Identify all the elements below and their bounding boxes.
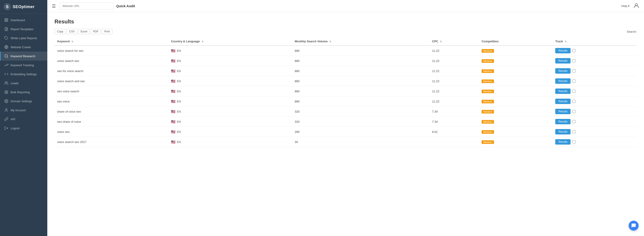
track-checkbox-6[interactable] [572,110,576,113]
cell-country-2: 🇺🇸 EN [168,66,292,76]
help-button[interactable]: Help ▾ [621,4,630,8]
competition-badge-5: Medium [482,100,494,103]
sidebar-item-report-templates-label: Report Templates [10,28,34,31]
svg-line-12 [7,57,8,58]
lang-code-9: EN [177,140,181,144]
msv-sort-icon[interactable]: ⇅ [329,40,331,43]
csv-button[interactable]: CSV [67,29,77,34]
results-button-0[interactable]: Results [555,48,570,53]
cell-msv-9: 30 [292,137,429,147]
logout-icon [4,126,8,130]
track-checkbox-5[interactable] [572,100,576,103]
topbar: ☰ Quick Audit Help ▾ [47,0,644,12]
cell-keyword-4: seo voice search [54,86,168,96]
sidebar-item-logout[interactable]: Logout [0,124,47,133]
cell-cpc-1: 11.22 [429,56,479,66]
print-button[interactable]: Print [102,29,112,34]
competition-badge-0: Medium [482,49,494,53]
cell-competition-1: Medium [479,56,552,66]
cell-track-2: Results [552,66,637,76]
track-checkbox-7[interactable] [572,120,576,123]
cell-keyword-0: voice search for seo [54,46,168,56]
results-button-7[interactable]: Results [555,119,570,124]
table-row: voice search for seo 🇺🇸 EN 880 11.22 Med… [54,46,637,56]
cell-track-0: Results [552,46,637,56]
track-checkbox-4[interactable] [572,90,576,93]
lang-code-2: EN [177,69,181,73]
lang-code-3: EN [177,80,181,83]
copy-button[interactable]: Copy [54,29,66,34]
results-button-3[interactable]: Results [555,78,570,84]
table-row: voice seo 🇺🇸 EN 260 6.61 Medium Results [54,127,637,137]
sidebar-item-dashboard-label: Dashboard [10,18,25,22]
flag-icon-0: 🇺🇸 [171,49,176,53]
excel-button[interactable]: Excel [78,29,90,34]
cell-cpc-8: 6.61 [429,127,479,137]
sidebar-item-dashboard[interactable]: Dashboard [0,16,47,24]
flag-icon-2: 🇺🇸 [171,69,176,73]
sidebar-item-white-label[interactable]: White Label Reports [0,34,47,42]
results-button-4[interactable]: Results [555,88,570,94]
topbar-right: Help ▾ [621,2,640,10]
track-checkbox-8[interactable] [572,130,576,133]
col-country: Country & Language ⇅ [168,38,292,46]
cell-competition-3: Medium [479,76,552,86]
track-checkbox-3[interactable] [572,80,576,83]
svg-point-16 [6,108,7,110]
sidebar-item-report-templates[interactable]: Report Templates [0,24,47,34]
cell-country-6: 🇺🇸 EN [168,106,292,117]
svg-marker-14 [5,90,8,92]
sidebar-item-domain-settings-label: Domain Settings [10,100,32,103]
results-button-1[interactable]: Results [555,58,570,64]
results-button-5[interactable]: Results [555,99,570,104]
lang-code-6: EN [177,110,181,113]
table-row: voice search seo 🇺🇸 EN 880 11.22 Medium … [54,56,637,66]
cell-msv-3: 880 [292,76,429,86]
col-cpc-label: CPC [432,40,438,43]
sidebar-item-website-crawls-label: Website Crawls [10,46,31,49]
results-button-9[interactable]: Results [555,139,570,144]
cell-track-7: Results [552,117,637,127]
svg-rect-2 [5,18,6,20]
sidebar-item-website-crawls[interactable]: Website Crawls [0,42,47,52]
track-checkbox-1[interactable] [572,59,576,62]
cell-country-4: 🇺🇸 EN [168,86,292,96]
cpc-sort-icon[interactable]: ⇅ [440,40,442,43]
sidebar-item-bulk-reporting[interactable]: Bulk Reporting [0,88,47,96]
url-input[interactable] [60,2,114,10]
sidebar-item-domain-settings[interactable]: Domain Settings [0,96,47,106]
results-button-2[interactable]: Results [555,68,570,74]
user-avatar-button[interactable] [633,2,640,10]
competition-badge-9: Medium [482,140,494,144]
sidebar-item-keyword-research[interactable]: Keyword Research [0,52,47,60]
col-track-label: Track [555,40,563,43]
track-checkbox-2[interactable] [572,69,576,72]
flag-icon-9: 🇺🇸 [171,140,176,144]
chat-bubble-button[interactable] [629,221,638,230]
svg-rect-3 [7,18,8,20]
track-sort-icon[interactable]: ⇅ [565,40,566,43]
sidebar-item-leads[interactable]: Leads [0,78,47,88]
cell-msv-6: 320 [292,106,429,117]
help-label: Help [621,4,627,8]
cell-msv-2: 880 [292,66,429,76]
pdf-button[interactable]: PDF [90,29,101,34]
logo-icon: S [4,3,11,10]
keyword-sort-icon[interactable]: ⇅ [72,40,73,43]
sidebar-item-keyword-tracking[interactable]: Keyword Tracking [0,60,47,70]
cell-cpc-3: 11.22 [429,76,479,86]
lang-code-8: EN [177,130,181,134]
track-checkbox-9[interactable] [572,140,576,144]
hamburger-button[interactable]: ☰ [52,4,56,9]
svg-rect-5 [7,20,8,22]
track-checkbox-0[interactable] [572,49,576,52]
sidebar-item-embedding-settings[interactable]: Embedding Settings [0,70,47,78]
tag-icon [4,36,8,40]
results-button-6[interactable]: Results [555,109,570,114]
country-sort-icon[interactable]: ⇅ [202,40,204,43]
results-button-8[interactable]: Results [555,129,570,134]
cell-keyword-5: seo voice [54,96,168,106]
sidebar-item-my-account[interactable]: My Account [0,106,47,114]
sidebar-item-api[interactable]: API [0,114,47,124]
cell-competition-6: Medium [479,106,552,117]
